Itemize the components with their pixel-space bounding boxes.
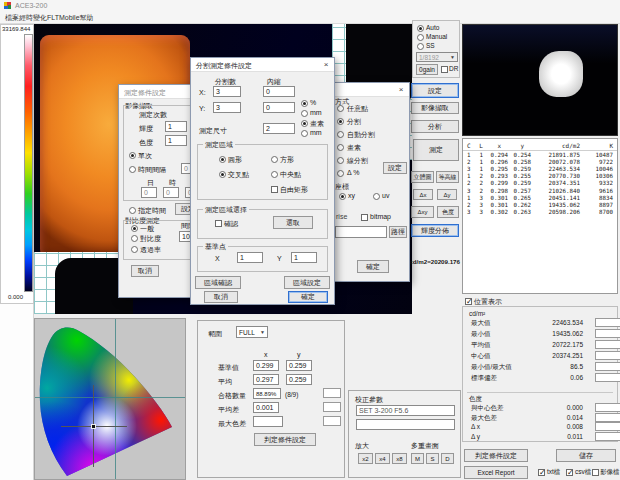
zoom-button[interactable]: x8 bbox=[392, 453, 407, 464]
results-table[interactable]: CLxycd/m2K 1 1 0.294 0.254 21891.875 104… bbox=[462, 138, 618, 294]
radio-auto[interactable] bbox=[417, 25, 424, 32]
method-settings-button[interactable]: 設定 bbox=[383, 162, 407, 174]
pick-button[interactable]: 選取 bbox=[273, 216, 313, 229]
capture-button[interactable]: 影像擷取 bbox=[411, 102, 459, 114]
method-ok-button[interactable]: 確定 bbox=[357, 260, 389, 273]
radio-inset-percent[interactable] bbox=[301, 100, 308, 107]
position-display-checkbox[interactable] bbox=[465, 298, 472, 305]
cie-marker-point[interactable] bbox=[91, 424, 96, 429]
path-input[interactable] bbox=[335, 226, 387, 238]
delta-y-button[interactable]: Δy bbox=[437, 189, 457, 200]
menu-item[interactable]: FLT bbox=[47, 14, 59, 21]
radio-center-point[interactable] bbox=[271, 171, 278, 178]
radio-arbitrary-point[interactable] bbox=[337, 105, 344, 112]
split-ok-button[interactable]: 確定 bbox=[288, 291, 328, 303]
close-icon[interactable]: × bbox=[395, 84, 407, 95]
zoom-button[interactable]: x4 bbox=[375, 453, 390, 464]
multi-screen-button[interactable]: S bbox=[426, 453, 439, 464]
radio-interval[interactable] bbox=[129, 166, 136, 173]
base-x-input[interactable]: 1 bbox=[237, 252, 263, 263]
chroma-button[interactable]: 色度 bbox=[437, 206, 459, 218]
radio-normal[interactable] bbox=[131, 225, 138, 232]
condition-cancel-button[interactable]: 取消 bbox=[131, 265, 159, 277]
radio-size-mm[interactable] bbox=[301, 130, 308, 137]
radio-single[interactable] bbox=[129, 152, 136, 159]
excel-report-button[interactable]: Excel Report bbox=[464, 466, 528, 479]
radio-auto-split[interactable] bbox=[337, 131, 344, 138]
radio-uv[interactable] bbox=[373, 193, 380, 200]
hour-input[interactable]: 0 bbox=[163, 187, 179, 198]
radio-xy[interactable] bbox=[339, 193, 346, 200]
radio-contrast[interactable] bbox=[131, 235, 138, 242]
radio-transmit[interactable] bbox=[131, 246, 138, 253]
radio-square[interactable] bbox=[271, 156, 278, 163]
radio-delta-pct[interactable] bbox=[337, 170, 344, 177]
radio-line-split[interactable] bbox=[337, 157, 344, 164]
multi-screen-button[interactable]: M bbox=[411, 453, 424, 464]
path-button[interactable]: 路徑 bbox=[389, 226, 407, 238]
judge-condition-button[interactable]: 判定條件設定 bbox=[464, 449, 528, 462]
table-row[interactable]: 2 1 0.296 0.258 20072.078 9722 bbox=[463, 158, 617, 165]
table-row[interactable]: 3 2 0.298 0.257 21026.840 9616 bbox=[463, 187, 617, 194]
zoom-button[interactable]: x2 bbox=[358, 453, 373, 464]
view3d-button[interactable]: 立體圖 bbox=[411, 171, 434, 183]
table-row[interactable]: 3 1 0.295 0.259 22463.534 10046 bbox=[463, 165, 617, 172]
analyze-button[interactable]: 分析 bbox=[411, 120, 459, 133]
csv-file-checkbox[interactable] bbox=[566, 469, 573, 476]
table-row[interactable]: 2 2 0.299 0.259 20374.351 9332 bbox=[463, 180, 617, 187]
radio-manual[interactable] bbox=[417, 34, 424, 41]
radio-inset-mm[interactable] bbox=[301, 110, 308, 117]
radio-cross-point[interactable] bbox=[219, 171, 226, 178]
area-set-button[interactable]: 區域設定 bbox=[284, 276, 330, 289]
measure-button[interactable]: 測定 bbox=[413, 139, 459, 161]
dr-checkbox[interactable] bbox=[441, 66, 448, 73]
txt-file-checkbox[interactable] bbox=[538, 469, 545, 476]
calibration-preset2-input[interactable] bbox=[356, 419, 455, 430]
base-y-input[interactable]: 1 bbox=[291, 252, 317, 263]
settings-button[interactable]: 設定 bbox=[411, 83, 459, 98]
x-div-input[interactable]: 3 bbox=[213, 86, 241, 97]
radio-ss[interactable] bbox=[417, 43, 424, 50]
range-dropdown[interactable]: FULL▼ bbox=[236, 326, 268, 338]
image-file-checkbox[interactable] bbox=[592, 469, 599, 476]
close-icon[interactable]: × bbox=[320, 59, 332, 70]
size-input[interactable]: 2 bbox=[263, 123, 295, 134]
judge-condition-button[interactable]: 判定條件設定 bbox=[254, 433, 316, 446]
zero-gain-button[interactable]: 0gain bbox=[416, 64, 438, 75]
shutter-dropdown[interactable]: 1/8192▼ bbox=[416, 52, 458, 62]
multi-screen-button[interactable]: D bbox=[441, 453, 454, 464]
contour-button[interactable]: 等高線 bbox=[436, 171, 459, 183]
radio-split[interactable] bbox=[337, 118, 344, 125]
radio-size-pixel[interactable] bbox=[301, 120, 308, 127]
area-confirm-button[interactable]: 區域確認 bbox=[195, 276, 241, 289]
calibration-preset-input[interactable]: SET 3-200 F5.6 bbox=[356, 405, 455, 416]
delta-xy-button[interactable]: Δxy bbox=[411, 206, 434, 218]
table-row[interactable]: 2 3 0.301 0.262 19435.062 8897 bbox=[463, 201, 617, 208]
y-div-input[interactable]: 3 bbox=[213, 102, 241, 113]
radio-circle[interactable] bbox=[219, 156, 226, 163]
ref-y-input[interactable]: 0.259 bbox=[286, 360, 312, 371]
ref-x-input[interactable]: 0.299 bbox=[253, 360, 279, 371]
menu-item[interactable]: 幫助 bbox=[80, 14, 94, 21]
cie-diagram-panel[interactable] bbox=[34, 318, 186, 480]
lum-dist-button[interactable]: 輝度分佈 bbox=[411, 224, 459, 237]
preview-image[interactable] bbox=[462, 24, 618, 136]
delta-x-button[interactable]: Δx bbox=[413, 189, 433, 200]
table-row[interactable]: 1 3 0.301 0.265 20451.141 8834 bbox=[463, 194, 617, 201]
table-row[interactable]: 1 2 0.293 0.255 20770.730 10306 bbox=[463, 173, 617, 180]
y-inset-input[interactable]: 0 bbox=[263, 102, 295, 113]
radio-pixel[interactable] bbox=[337, 144, 344, 151]
split-cancel-button[interactable]: 取消 bbox=[204, 291, 238, 303]
radio-specified-time[interactable] bbox=[129, 207, 136, 214]
menu-item[interactable]: 檔案 bbox=[5, 14, 19, 21]
save-button[interactable]: 儲存 bbox=[556, 449, 616, 462]
bitmap-checkbox[interactable] bbox=[361, 214, 368, 221]
table-row[interactable]: 3 3 0.302 0.263 20598.206 8700 bbox=[463, 209, 617, 216]
table-row[interactable]: 1 1 0.294 0.254 21891.875 10487 bbox=[463, 151, 617, 158]
chroma-count-input[interactable]: 1 bbox=[165, 135, 187, 146]
day-input[interactable]: 0 bbox=[141, 187, 157, 198]
lum-count-input[interactable]: 1 bbox=[165, 121, 187, 132]
menu-item[interactable]: Mobile bbox=[59, 14, 80, 21]
freerect-checkbox[interactable] bbox=[271, 186, 278, 193]
x-inset-input[interactable]: 0 bbox=[263, 86, 295, 97]
